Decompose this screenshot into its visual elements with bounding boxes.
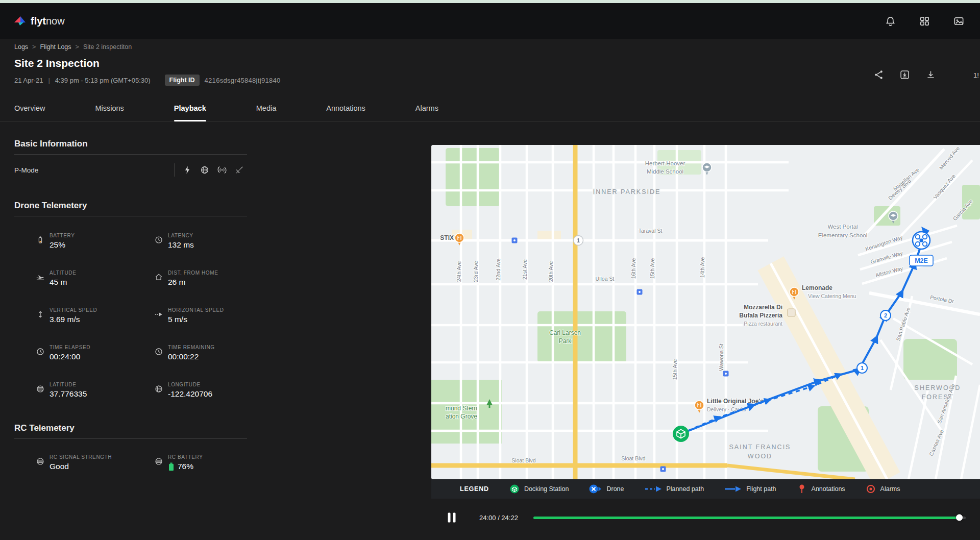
playback-progress-bar[interactable] — [533, 517, 966, 519]
svg-text:Lemonade: Lemonade — [802, 284, 832, 291]
alarm-icon — [866, 484, 876, 494]
breadcrumb-separator: > — [32, 43, 36, 51]
globe-icon — [36, 457, 45, 466]
divider — [14, 216, 247, 216]
breadcrumb-current: Site 2 inspectiton — [83, 43, 132, 51]
telemetry-rc-signal: RC SIGNAL STRENGTHGood — [14, 454, 133, 471]
flytnow-app: flytnow Logs > Flight Logs > Site 2 insp… — [0, 0, 980, 540]
svg-text:M2E: M2E — [915, 257, 928, 264]
divider — [14, 438, 247, 439]
tab-annotations[interactable]: Annotations — [326, 94, 365, 121]
logo-text: flytnow — [31, 15, 65, 27]
tab-media[interactable]: Media — [256, 94, 277, 121]
flytnow-logo[interactable]: flytnow — [13, 14, 65, 28]
svg-text:2: 2 — [884, 312, 887, 318]
route-shield-1: 1 — [577, 238, 580, 243]
divider — [174, 163, 175, 177]
svg-text:15th Ave: 15th Ave — [672, 359, 678, 380]
header-actions — [873, 69, 936, 80]
clipped-edge-badge: 1! — [973, 71, 980, 79]
svg-text:Carl Larsen: Carl Larsen — [549, 329, 581, 336]
svg-text:Mozzarella Di: Mozzarella Di — [744, 304, 782, 311]
svg-text:INNER PARKSIDE: INNER PARKSIDE — [593, 188, 661, 195]
battery-icon — [36, 235, 45, 244]
svg-text:SAINT FRANCIS: SAINT FRANCIS — [729, 444, 791, 451]
svg-text:14th Ave: 14th Ave — [699, 257, 705, 278]
playback-controls: 24:00 / 24:22 — [431, 504, 980, 531]
drone-icon — [589, 484, 602, 494]
pause-button[interactable] — [446, 511, 458, 524]
flight-date: 21 Apr-21 — [14, 77, 43, 84]
playback-progress-knob[interactable] — [956, 514, 963, 521]
svg-text:15th Ave: 15th Ave — [649, 258, 655, 279]
drone-telemetry-grid: BATTERY25% LATENCY132 ms ALTITUDE45 m — [14, 233, 247, 399]
rc-signal-icon — [217, 165, 227, 175]
waypoint-marker-1[interactable]: 1 — [857, 363, 867, 373]
flight-time-range: 4:39 pm - 5:13 pm (GMT+05:30) — [55, 77, 151, 84]
tab-alarms[interactable]: Alarms — [415, 94, 438, 121]
share-icon[interactable] — [873, 69, 884, 80]
mozzarella-poi-icon — [788, 309, 795, 316]
legend-drone: Drone — [589, 484, 624, 494]
legend-docking-station: Docking Station — [509, 484, 569, 494]
rc-telemetry-heading: RC Telemetery — [14, 423, 247, 433]
tab-missions[interactable]: Missions — [95, 94, 124, 121]
svg-text:21st Ave: 21st Ave — [522, 259, 528, 280]
telemetry-longitude: LONGITUDE-122.420706 — [133, 382, 247, 399]
svg-text:Sloat Blvd: Sloat Blvd — [511, 457, 535, 463]
telemetry-vertical-speed: VERTICAL SPEED3.69 m/s — [14, 307, 133, 324]
drone-telemetry-heading: Drone Telemetery — [14, 201, 247, 211]
svg-text:16th Ave: 16th Ave — [630, 258, 636, 279]
docking-station-marker[interactable] — [673, 426, 689, 442]
status-icons — [183, 165, 244, 175]
tab-playback[interactable]: Playback — [174, 94, 206, 121]
flight-meta: 21 Apr-21 | 4:39 pm - 5:13 pm (GMT+05:30… — [14, 75, 281, 86]
playback-progress-fill — [533, 517, 959, 519]
planned-path-icon — [645, 485, 662, 493]
bell-icon[interactable] — [885, 15, 896, 27]
satellite-off-icon — [235, 165, 244, 175]
svg-text:Wawona St: Wawona St — [718, 343, 724, 371]
tab-overview[interactable]: Overview — [14, 94, 45, 121]
apps-grid-icon[interactable] — [919, 15, 930, 27]
flight-mode-value: P-Mode — [14, 166, 38, 174]
vertical-arrows-icon — [36, 310, 45, 319]
flash-icon — [183, 165, 192, 175]
download-icon[interactable] — [925, 69, 936, 80]
legend-title: LEGEND — [460, 485, 489, 493]
breadcrumb-flight-logs[interactable]: Flight Logs — [40, 43, 71, 51]
docking-station-icon — [509, 484, 520, 494]
app-bar: flytnow — [0, 3, 980, 39]
globe-icon — [154, 457, 163, 466]
svg-text:mund Stern: mund Stern — [446, 405, 477, 412]
svg-text:Bufala Pizzeria: Bufala Pizzeria — [739, 312, 782, 319]
svg-text:Middle School: Middle School — [647, 168, 683, 175]
breadcrumb-separator: > — [76, 43, 79, 51]
media-icon[interactable] — [953, 15, 965, 27]
map-legend: LEGEND Docking Station Drone Planned pat… — [431, 479, 980, 499]
clock-icon — [154, 347, 163, 356]
playback-map[interactable]: INNER PARKSIDE SHERWOOD FOREST SAINT FRA… — [431, 145, 980, 479]
svg-text:24th Ave: 24th Ave — [456, 261, 462, 282]
telemetry-latency: LATENCY132 ms — [133, 233, 247, 250]
svg-text:22nd Ave: 22nd Ave — [495, 258, 501, 281]
flytnow-logo-icon — [13, 14, 27, 28]
telemetry-latitude: LATITUDE37.776335 — [14, 382, 133, 399]
svg-text:STIX: STIX — [440, 234, 454, 241]
svg-text:ation Grove: ation Grove — [446, 413, 477, 420]
playback-time: 24:00 / 24:22 — [479, 514, 518, 522]
telemetry-time-elapsed: TIME ELAPSED00:24:00 — [14, 345, 133, 361]
network-globe-icon — [200, 165, 209, 175]
svg-text:Elementary School: Elementary School — [818, 232, 868, 238]
page-title: Site 2 Inspection — [14, 57, 100, 69]
save-icon[interactable] — [899, 69, 910, 80]
svg-text:23rd Ave: 23rd Ave — [473, 261, 479, 282]
svg-text:20th Ave: 20th Ave — [548, 261, 554, 282]
telemetry-battery: BATTERY25% — [14, 233, 133, 250]
svg-text:View Catering Menu: View Catering Menu — [808, 293, 856, 299]
waypoint-marker-2[interactable]: 2 — [880, 310, 891, 321]
telemetry-horizontal-speed: HORIZONTAL SPEED5 m/s — [133, 307, 247, 324]
breadcrumb-logs[interactable]: Logs — [14, 43, 28, 51]
globe-icon — [36, 384, 45, 394]
telemetry-panel: Basic Information P-Mode — [14, 139, 247, 471]
